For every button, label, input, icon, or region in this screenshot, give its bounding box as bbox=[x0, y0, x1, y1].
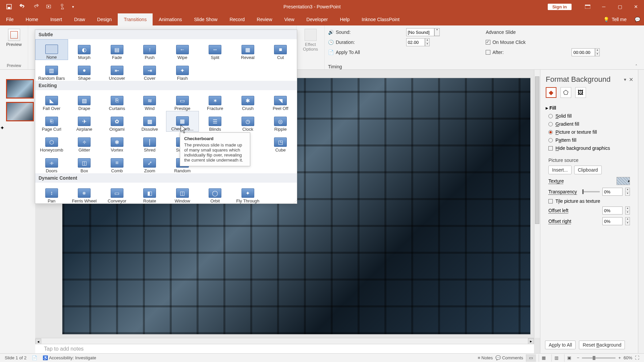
transparency-slider[interactable] bbox=[583, 191, 600, 192]
after-time-spinner[interactable]: ▴▾ bbox=[572, 48, 641, 56]
transition-blinds[interactable]: ☰Blinds bbox=[199, 111, 232, 132]
tab-file[interactable]: File bbox=[0, 13, 20, 25]
apply-to-all-button[interactable]: Apply to All bbox=[545, 341, 576, 349]
transition-wind[interactable]: ≋Wind bbox=[133, 90, 166, 111]
transition-airplane[interactable]: ✈Airplane bbox=[68, 111, 101, 132]
pane-scrollbar[interactable] bbox=[638, 70, 644, 353]
tab-help[interactable]: Help bbox=[334, 13, 356, 25]
fill-section-header[interactable]: ▸ Fill bbox=[546, 104, 633, 112]
transition-morph[interactable]: ◐Morph bbox=[68, 39, 101, 60]
transition-random-bars[interactable]: ▥Random Bars bbox=[35, 60, 68, 81]
transition-split[interactable]: ↔Split bbox=[199, 39, 232, 60]
transition-orbit[interactable]: ◯Orbit bbox=[199, 183, 232, 203]
notes-pane[interactable]: Tap to add notes bbox=[35, 344, 534, 353]
transition-reveal[interactable]: ▦Reveal bbox=[231, 39, 264, 60]
transition-shred[interactable]: ⎮Shred bbox=[133, 132, 166, 153]
vertical-scrollbar[interactable] bbox=[534, 70, 540, 338]
comments-toggle[interactable]: 💬 Comments bbox=[495, 355, 523, 360]
transition-window[interactable]: ◫Window bbox=[166, 183, 199, 203]
undo-icon[interactable] bbox=[16, 0, 29, 13]
transition-none[interactable]: None bbox=[35, 39, 68, 60]
transition-page-curl[interactable]: ⎗Page Curl bbox=[35, 111, 68, 132]
maximize-icon[interactable]: ▢ bbox=[612, 0, 628, 13]
transition-wipe[interactable]: ←Wipe bbox=[166, 39, 199, 60]
pane-close-icon[interactable]: ✕ bbox=[629, 76, 633, 83]
transition-dissolve[interactable]: ▩Dissolve bbox=[133, 111, 166, 132]
transition-cube[interactable]: ◳Cube bbox=[264, 132, 297, 153]
tab-design[interactable]: Design bbox=[91, 13, 118, 25]
transition-clock[interactable]: ◷Clock bbox=[231, 111, 264, 132]
transition-drape[interactable]: ▧Drape bbox=[68, 90, 101, 111]
tab-classpoint[interactable]: Inknoe ClassPoint bbox=[356, 13, 406, 25]
transition-fly-through[interactable]: ✦Fly Through bbox=[231, 183, 264, 203]
transition-honeycomb[interactable]: ⬡Honeycomb bbox=[35, 132, 68, 153]
transition-curtains[interactable]: ⎘Curtains bbox=[101, 90, 133, 111]
transition-pan[interactable]: ↕Pan bbox=[35, 183, 68, 203]
zoom-level[interactable]: 60% bbox=[624, 355, 632, 360]
pattern-fill-option[interactable]: Pattern fill bbox=[546, 136, 633, 144]
transition-glitter[interactable]: ✧Glitter bbox=[68, 132, 101, 153]
transition-ferris-wheel[interactable]: ⎈Ferris Wheel bbox=[68, 183, 101, 203]
close-icon[interactable]: ✕ bbox=[628, 0, 644, 13]
tab-transitions[interactable]: Transitions bbox=[118, 13, 153, 25]
transition-prestige[interactable]: ▭Prestige bbox=[166, 90, 199, 111]
tell-me-search[interactable]: 💡 Tell me bbox=[599, 13, 631, 25]
sound-dropdown[interactable]: ▾ bbox=[406, 28, 481, 36]
tab-view[interactable]: View bbox=[278, 13, 301, 25]
zoom-out-icon[interactable]: − bbox=[577, 355, 580, 360]
transition-uncover[interactable]: ⇤Uncover bbox=[101, 60, 133, 81]
tab-review[interactable]: Review bbox=[251, 13, 278, 25]
from-beginning-icon[interactable] bbox=[43, 0, 56, 13]
ribbon-display-icon[interactable] bbox=[580, 0, 596, 13]
slide-thumb-1[interactable] bbox=[6, 79, 34, 99]
after-time-value[interactable] bbox=[572, 48, 595, 56]
tab-slideshow[interactable]: Slide Show bbox=[188, 13, 223, 25]
accessibility-status[interactable]: ♿ Accessibility: Investigate bbox=[43, 355, 96, 360]
transition-fracture[interactable]: ✶Fracture bbox=[199, 90, 232, 111]
offset-right-value[interactable] bbox=[602, 217, 623, 225]
texture-picker[interactable]: ▾ bbox=[616, 177, 630, 185]
zoom-slider[interactable] bbox=[582, 357, 615, 359]
transition-fall-over[interactable]: ◣Fall Over bbox=[35, 90, 68, 111]
tab-animations[interactable]: Animations bbox=[153, 13, 188, 25]
transition-zoom[interactable]: ⤢Zoom bbox=[133, 153, 166, 173]
sorter-view-icon[interactable]: ▦ bbox=[539, 354, 549, 362]
gradient-fill-option[interactable]: Gradient fill bbox=[546, 120, 633, 128]
tab-home[interactable]: Home bbox=[20, 13, 44, 25]
redo-icon[interactable] bbox=[30, 0, 42, 13]
transition-push[interactable]: ↑Push bbox=[133, 39, 166, 60]
hide-bg-check[interactable]: Hide background graphics bbox=[546, 144, 633, 152]
slideshow-view-icon[interactable]: ▣ bbox=[564, 354, 574, 362]
minimize-icon[interactable]: ─ bbox=[596, 0, 612, 13]
after-check[interactable]: After: bbox=[486, 50, 566, 55]
transition-comb[interactable]: ≡Comb bbox=[101, 153, 133, 173]
picture-tab-icon[interactable]: 🖼 bbox=[575, 87, 586, 98]
transition-peel-off[interactable]: ◥Peel Off bbox=[264, 90, 297, 111]
transition-box[interactable]: ◫Box bbox=[68, 153, 101, 173]
slide-thumb-2[interactable] bbox=[6, 102, 34, 121]
transition-origami[interactable]: ✿Origami bbox=[101, 111, 133, 132]
comments-pane-icon[interactable]: 💬 bbox=[631, 13, 644, 25]
tile-picture-check[interactable]: Tile picture as texture bbox=[546, 197, 633, 205]
transition-ripple[interactable]: ◎Ripple bbox=[264, 111, 297, 132]
apply-to-all-button[interactable]: 📄Apply To All bbox=[328, 50, 401, 55]
reset-background-button[interactable]: Reset Background bbox=[579, 341, 625, 349]
collapse-ribbon-icon[interactable]: ˄ bbox=[633, 63, 639, 69]
preview-button[interactable]: Preview bbox=[2, 27, 26, 63]
sound-value[interactable] bbox=[406, 28, 434, 36]
transition-rotate[interactable]: ◧Rotate bbox=[133, 183, 166, 203]
tab-insert[interactable]: Insert bbox=[44, 13, 68, 25]
transition-fade[interactable]: ▤Fade bbox=[101, 39, 133, 60]
save-icon[interactable] bbox=[3, 0, 15, 13]
transition-crush[interactable]: ✱Crush bbox=[231, 90, 264, 111]
duration-spinner[interactable]: ▴▾ bbox=[406, 38, 481, 46]
effect-options-button[interactable]: Effect Options bbox=[299, 27, 322, 63]
clipboard-button[interactable]: Clipboard bbox=[574, 166, 602, 174]
zoom-in-icon[interactable]: + bbox=[618, 355, 621, 360]
duration-value[interactable] bbox=[406, 38, 425, 46]
touch-mode-icon[interactable] bbox=[56, 0, 69, 13]
transition-cover[interactable]: ⇥Cover bbox=[133, 60, 166, 81]
gallery-resize-icon[interactable]: ⋰ bbox=[293, 200, 297, 203]
reading-view-icon[interactable]: ▥ bbox=[551, 354, 561, 362]
transition-shape[interactable]: ●Shape bbox=[68, 60, 101, 81]
